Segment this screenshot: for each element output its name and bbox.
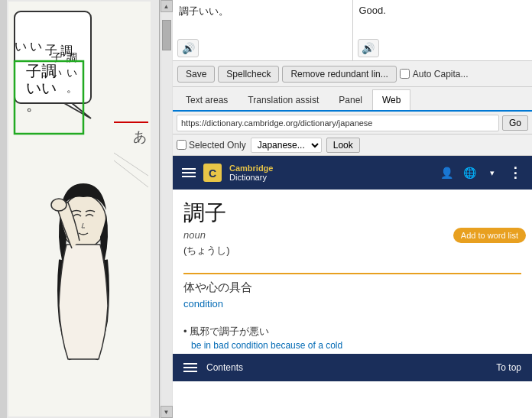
definition-section: 体や心の具合 condition [173, 280, 532, 325]
source-text-box: 調子いい。 🔊 [173, 0, 353, 60]
svg-text:い: い [41, 79, 57, 96]
scroll-track [161, 12, 172, 406]
svg-text:あ: あ [133, 129, 147, 144]
svg-text:。: 。 [26, 96, 41, 113]
auto-capitalize-checkbox[interactable] [400, 69, 410, 79]
header-icons: 👤 🌐 ▾ ⋮ [439, 165, 523, 180]
cambridge-dict: Dictionary [229, 173, 273, 182]
definition-divider [183, 273, 521, 274]
url-bar-row: Go [173, 112, 532, 134]
footer-menu-icon [183, 363, 197, 372]
svg-text:い: い [26, 79, 41, 96]
footer-contents-menu[interactable]: Contents [183, 362, 243, 373]
svg-text:い: い [66, 67, 77, 79]
globe-icon[interactable]: 🌐 [462, 165, 477, 180]
toolbar: Save Spellcheck Remove redundant lin... … [173, 61, 532, 87]
dictionary-footer: Contents To top [173, 354, 532, 381]
example-english: be in bad condition because of a cold [191, 340, 521, 351]
selected-only-label: Selected Only [177, 140, 246, 151]
scroll-thumb[interactable] [162, 20, 171, 50]
spellcheck-button[interactable]: Spellcheck [218, 66, 279, 83]
footer-totop-link[interactable]: To top [496, 362, 521, 373]
tab-text-areas[interactable]: Text areas [176, 89, 238, 110]
selected-only-checkbox[interactable] [177, 140, 187, 150]
options-row: Selected Only Japanese... Look [173, 134, 532, 156]
dropdown-icon[interactable]: ▾ [485, 165, 500, 180]
save-button[interactable]: Save [177, 66, 215, 83]
svg-point-21 [51, 199, 66, 211]
cambridge-header: C Cambridge Dictionary 👤 🌐 ▾ ⋮ [173, 156, 532, 190]
svg-text:。: 。 [66, 83, 77, 94]
target-text[interactable]: Good. [358, 3, 528, 37]
target-text-box: Good. 🔊 [353, 0, 533, 60]
header-menu-icon[interactable] [182, 168, 196, 177]
scroll-up-btn[interactable]: ▲ [161, 0, 173, 12]
language-select[interactable]: Japanese... [251, 138, 322, 153]
word-entry: 調子 noun (ちょうし) Add to word list [173, 190, 532, 273]
dictionary-content: C Cambridge Dictionary 👤 🌐 ▾ ⋮ 調子 noun (… [173, 156, 532, 418]
svg-text:調: 調 [41, 63, 57, 79]
cambridge-shield-icon: C [202, 162, 223, 183]
scroll-down-btn[interactable]: ▼ [161, 406, 173, 418]
manga-scrollbar[interactable]: ▲ ▼ [159, 0, 173, 418]
look-button[interactable]: Look [326, 138, 360, 153]
target-audio-btn[interactable]: 🔊 [358, 39, 379, 57]
add-to-word-list-button[interactable]: Add to word list [453, 228, 526, 243]
tab-panel[interactable]: Panel [329, 89, 372, 110]
example-entry: • 風邪で調子が悪い be in bad condition because o… [173, 325, 532, 354]
tabs-bar: Text areas Translation assist Panel Web [173, 87, 532, 112]
example-japanese: • 風邪で調子が悪い [183, 325, 521, 339]
auto-capitalize-label: Auto Capita... [400, 69, 469, 79]
selected-only-text: Selected Only [189, 140, 246, 151]
source-text[interactable]: 調子いい。 [177, 3, 348, 37]
word-title: 調子 [183, 199, 521, 228]
cambridge-name: Cambridge [229, 164, 273, 173]
svg-text:C: C [209, 167, 216, 180]
url-input[interactable] [177, 115, 499, 131]
cambridge-logo-text: Cambridge Dictionary [229, 164, 273, 182]
svg-text:子: 子 [26, 63, 41, 79]
tab-translation-assist[interactable]: Translation assist [238, 89, 329, 110]
go-button[interactable]: Go [502, 115, 528, 131]
tab-web[interactable]: Web [372, 89, 410, 110]
text-boxes-row: 調子いい。 🔊 Good. 🔊 [173, 0, 532, 61]
auto-capitalize-text: Auto Capita... [413, 69, 469, 79]
cambridge-logo: C Cambridge Dictionary [182, 162, 273, 183]
source-audio-btn[interactable]: 🔊 [177, 39, 199, 57]
manga-panel: 調 子 い い 調 子 い い 。 調 子 い い 。 [0, 0, 173, 418]
right-menu-icon[interactable]: ⋮ [508, 165, 523, 180]
definition-translation: condition [183, 298, 521, 309]
footer-contents-label: Contents [206, 362, 243, 373]
definition-title: 体や心の具合 [183, 280, 521, 295]
right-panel: 調子いい。 🔊 Good. 🔊 Save Spellcheck Remove r… [173, 0, 532, 418]
user-icon[interactable]: 👤 [439, 165, 454, 180]
remove-redundant-button[interactable]: Remove redundant lin... [282, 66, 396, 83]
word-reading: (ちょうし) [183, 244, 521, 258]
